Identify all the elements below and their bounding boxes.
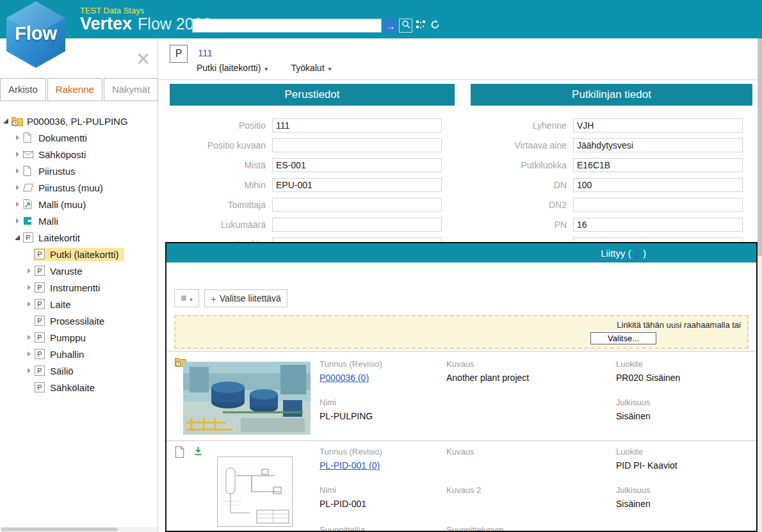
column-label: Luokite — [616, 359, 744, 369]
tree-item-piirustus[interactable]: Piirustus — [0, 163, 157, 179]
folder-clock-icon — [12, 117, 26, 126]
item-name: PL-PULPING — [320, 410, 441, 422]
tree-item-label: Piirustus — [37, 166, 76, 177]
expander-icon[interactable] — [24, 329, 33, 346]
tree-item-label: Prosessilaite — [49, 316, 104, 326]
tree-item-laite[interactable]: Laite — [0, 296, 157, 312]
column-label: Kuvaus 2 — [446, 485, 610, 495]
tree-item-instrumentti[interactable]: Instrumentti — [0, 279, 157, 296]
tree-item-laitekortit[interactable]: Laitekortit — [0, 229, 157, 246]
tab-nakymat[interactable]: Näkymät — [104, 78, 158, 101]
item-description: Another plant project — [446, 372, 610, 383]
tree-item-puhallin[interactable]: Puhallin — [0, 346, 157, 362]
tree-item-project-root[interactable]: P000036, PL-PULPING — [0, 113, 157, 129]
expander-icon — [24, 246, 33, 262]
putkiluokka-input[interactable] — [573, 158, 743, 172]
tree-item-malli-muu[interactable]: Malli (muu) — [0, 196, 157, 213]
thumbnail-pid-drawing[interactable] — [217, 456, 293, 527]
column-label: Nimi — [320, 398, 441, 407]
related-item-project: Tunnus (Revisio) P000036 (0) Nimi PL-PUL… — [166, 351, 756, 440]
related-count-link[interactable]: 2 — [635, 248, 640, 259]
expander-icon[interactable] — [13, 229, 22, 246]
card-type-menu[interactable]: Putki (laitekortti) — [197, 63, 268, 73]
field-label: Mihin — [170, 180, 272, 190]
mista-input[interactable] — [272, 158, 442, 172]
liittyy-dialog: Liittyy ( 2 ) + Valitse liitettävä Linki… — [165, 242, 758, 532]
expander-icon[interactable] — [24, 346, 33, 362]
expander-icon[interactable] — [13, 129, 22, 146]
tree-item-label: Dokumentti — [37, 133, 87, 143]
expander-icon[interactable] — [13, 146, 22, 163]
tree-item-sailio[interactable]: Säiliö — [0, 362, 157, 379]
item-name: PL-PID-001 — [320, 498, 441, 510]
lukumaara-input[interactable] — [272, 218, 442, 232]
expander-icon — [24, 312, 33, 329]
tree-item-putki-laitekortti[interactable]: Putki (laitekortti) — [0, 246, 157, 262]
expander-icon[interactable] — [1, 113, 10, 129]
tree-item-label: Sähköposti — [37, 149, 86, 160]
email-icon — [23, 151, 37, 158]
expander-icon[interactable] — [13, 179, 22, 196]
pn-input[interactable] — [573, 218, 743, 232]
mihin-input[interactable] — [272, 178, 442, 192]
p-card-icon — [35, 366, 49, 376]
app-window: TEST Data Stays VertexFlow 2022 → Flow ×… — [0, 0, 762, 532]
expander-icon[interactable] — [24, 262, 33, 279]
download-icon — [193, 446, 203, 458]
barcode-scan-button[interactable] — [414, 19, 427, 33]
expander-icon[interactable] — [24, 296, 33, 312]
positio-input[interactable] — [272, 118, 442, 133]
choose-file-button[interactable]: Valitse... — [590, 332, 656, 344]
sidebar-horizontal-scrollbar[interactable] — [0, 527, 158, 532]
virtaava-aine-input[interactable] — [573, 138, 743, 152]
tree-item-piirustus-muu[interactable]: Piirustus (muu) — [0, 179, 157, 196]
expander-icon[interactable] — [24, 279, 33, 296]
expander-icon[interactable] — [13, 196, 22, 213]
p-card-icon — [35, 332, 49, 343]
tab-arkisto[interactable]: Arkisto — [0, 78, 46, 101]
column-label: Tunnus (Revisio) — [320, 447, 441, 456]
vertical-scrollbar[interactable] — [758, 38, 762, 532]
expander-icon[interactable] — [24, 362, 33, 379]
header-divider — [159, 79, 758, 80]
flow-logo[interactable]: Flow — [4, 1, 68, 68]
expander-icon[interactable] — [13, 213, 22, 229]
refresh-icon — [430, 20, 440, 32]
tree-item-dokumentti[interactable]: Dokumentti — [0, 129, 157, 146]
tree-item-label: Sähkölaite — [49, 382, 95, 393]
add-link-button[interactable]: + Valitse liitettävä — [204, 289, 288, 307]
expander-icon[interactable] — [13, 163, 22, 179]
search-go-button[interactable]: → — [384, 19, 398, 33]
plus-icon: + — [211, 293, 216, 304]
refresh-button[interactable] — [428, 19, 441, 33]
tree-item-sahkolaite[interactable]: Sähkölaite — [0, 379, 157, 396]
thumbnail-plant-model[interactable] — [183, 362, 311, 435]
panel-title: Putkilinjan tiedot — [471, 84, 752, 106]
toimittaja-input[interactable] — [272, 198, 442, 212]
barcode-icon — [416, 20, 426, 31]
dn2-input[interactable] — [573, 198, 743, 212]
tools-menu[interactable]: Työkalut — [291, 63, 331, 73]
item-id-link[interactable]: P000036 (0) — [320, 372, 369, 383]
scrollbar-thumb[interactable] — [758, 38, 762, 256]
search-button[interactable] — [399, 19, 412, 33]
close-icon[interactable]: × — [136, 47, 150, 70]
tree-item-malli[interactable]: Malli — [0, 213, 157, 229]
tree-item-label: Putki (laitekortti) — [49, 249, 119, 260]
column-label: Julkisuus — [616, 398, 744, 407]
lyhenne-input[interactable] — [573, 118, 743, 133]
tab-rakenne[interactable]: Rakenne — [47, 78, 102, 101]
tree-item-sahkoposti[interactable]: Sähköposti — [0, 146, 157, 163]
field-label: DN — [471, 180, 573, 190]
list-menu-button[interactable] — [174, 289, 199, 307]
scrollbar-thumb[interactable] — [1, 528, 118, 531]
dn-input[interactable] — [573, 178, 743, 192]
positio-kuvaan-input[interactable] — [272, 138, 442, 152]
search-input[interactable] — [192, 19, 382, 33]
item-id-link[interactable]: PL-PID-001 (0) — [320, 460, 380, 471]
tree-item-label: Laitekortit — [37, 232, 80, 243]
tree-item-prosessilaite[interactable]: Prosessilaite — [0, 312, 157, 329]
drop-zone[interactable]: Linkitä tähän uusi raahaamalla tai Valit… — [174, 315, 749, 349]
tree-item-varuste[interactable]: Varuste — [0, 262, 157, 279]
tree-item-pumppu[interactable]: Pumppu — [0, 329, 157, 346]
